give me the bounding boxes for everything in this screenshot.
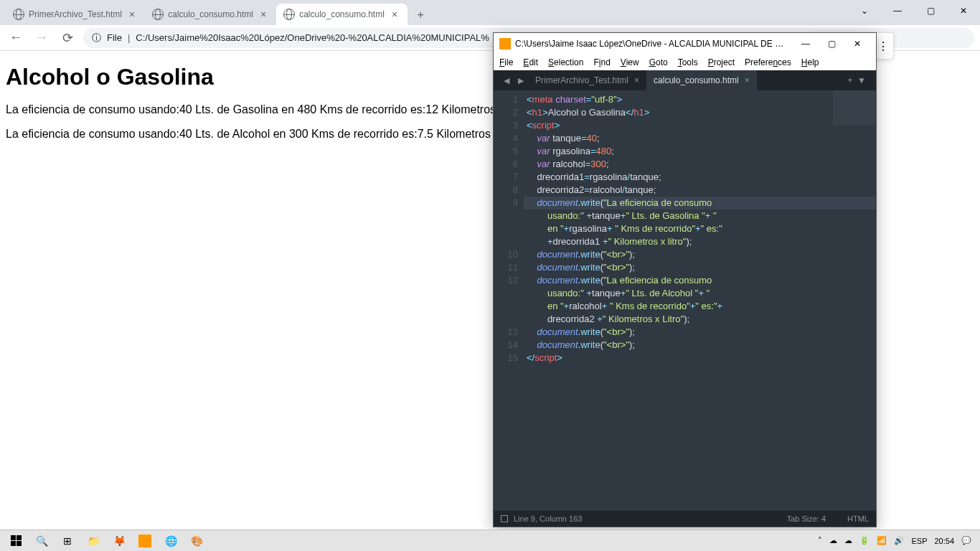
- back-button[interactable]: ←: [6, 28, 26, 48]
- chrome-icon[interactable]: 🌐: [158, 530, 184, 552]
- add-tab-icon[interactable]: +: [847, 75, 852, 85]
- menu-icon[interactable]: ⋮: [877, 39, 889, 53]
- url-text: C:/Users/Jaime%20Isaac%20López/OneDrive%…: [136, 32, 489, 43]
- sublime-icon: [499, 38, 511, 50]
- nav-forward-icon[interactable]: ▶: [514, 76, 528, 85]
- status-box-icon[interactable]: [501, 515, 508, 522]
- sublime-menubar: File Edit Selection Find View Goto Tools…: [494, 55, 876, 70]
- tray-time[interactable]: 20:54: [934, 537, 954, 545]
- search-icon[interactable]: 🔍: [29, 530, 55, 552]
- tray-cloud-icon[interactable]: ☁: [829, 536, 837, 545]
- menu-tools[interactable]: Tools: [678, 57, 698, 67]
- chevron-down-icon[interactable]: ⌄: [848, 0, 881, 22]
- nav-back-icon[interactable]: ◀: [499, 76, 514, 85]
- start-button[interactable]: [3, 530, 29, 552]
- sublime-window: C:\Users\Jaime Isaac López\OneDrive - AL…: [493, 32, 877, 527]
- menu-find[interactable]: Find: [593, 57, 610, 67]
- menu-project[interactable]: Project: [708, 57, 735, 67]
- code-content[interactable]: <meta charset="utf-8"><h1>Alcohol o Gaso…: [524, 90, 876, 511]
- menu-edit[interactable]: Edit: [523, 57, 538, 67]
- menu-preferences[interactable]: Preferences: [745, 57, 791, 67]
- maximize-button[interactable]: ▢: [819, 33, 844, 55]
- menu-goto[interactable]: Goto: [649, 57, 668, 67]
- syntax-lang[interactable]: HTML: [847, 514, 869, 523]
- sublime-titlebar[interactable]: C:\Users\Jaime Isaac López\OneDrive - AL…: [494, 33, 876, 55]
- close-icon[interactable]: ×: [634, 75, 639, 85]
- maximize-button[interactable]: ▢: [914, 0, 947, 22]
- browser-tab-strip: PrimerArchivo_Test.html× calculo_consumo…: [0, 0, 980, 25]
- tray-volume-icon[interactable]: 🔊: [894, 536, 904, 545]
- new-tab-button[interactable]: +: [410, 5, 430, 25]
- tab-size[interactable]: Tab Size: 4: [787, 514, 826, 523]
- forward-button[interactable]: →: [32, 28, 52, 48]
- tray-lang[interactable]: ESP: [911, 537, 927, 545]
- menu-file[interactable]: File: [499, 57, 513, 67]
- tab-title: PrimerArchivo_Test.html: [29, 9, 122, 19]
- tab-dropdown-icon[interactable]: ▼: [857, 75, 866, 85]
- cursor-position: Line 9, Column 163: [514, 514, 582, 523]
- reload-button[interactable]: ⟳: [57, 28, 77, 48]
- tab-title: calculo_consumo.html: [168, 9, 253, 19]
- info-icon: ⓘ: [92, 32, 101, 44]
- editor-tab-1[interactable]: calculo_consumo.html×: [646, 70, 757, 90]
- editor-tab-0[interactable]: PrimerArchivo_Test.html×: [528, 70, 646, 90]
- minimize-button[interactable]: ―: [881, 0, 914, 22]
- sublime-taskbar-icon[interactable]: [138, 534, 151, 547]
- sublime-tabs: ◀ ▶ PrimerArchivo_Test.html× calculo_con…: [494, 70, 876, 90]
- tray-wifi-icon[interactable]: 📶: [877, 536, 887, 545]
- app-icon[interactable]: 🎨: [184, 530, 209, 552]
- editor-area[interactable]: 123456789101112131415 <meta charset="utf…: [494, 90, 876, 511]
- task-view-icon[interactable]: ⊞: [55, 530, 80, 552]
- tray-chevron-icon[interactable]: ˄: [818, 536, 822, 545]
- browser-tab-2[interactable]: calculo_consumo.html×: [276, 4, 407, 25]
- close-icon[interactable]: ×: [389, 9, 400, 20]
- close-icon[interactable]: ×: [258, 9, 269, 20]
- window-controls: ⌄ ― ▢ ✕: [848, 0, 980, 22]
- menu-help[interactable]: Help: [801, 57, 819, 67]
- browser-tab-0[interactable]: PrimerArchivo_Test.html×: [6, 4, 145, 25]
- tray-onedrive-icon[interactable]: ☁: [844, 536, 852, 545]
- firefox-icon[interactable]: 🦊: [106, 530, 132, 552]
- minimap[interactable]: [833, 90, 876, 176]
- taskbar: 🔍 ⊞ 📁 🦊 🌐 🎨 ˄ ☁ ☁ 🔋 📶 🔊 ESP 20:54 💬: [0, 529, 980, 551]
- globe-icon: [13, 9, 24, 20]
- close-button[interactable]: ✕: [947, 0, 980, 22]
- line-gutter: 123456789101112131415: [494, 90, 524, 511]
- close-button[interactable]: ✕: [844, 33, 870, 55]
- tab-title: calculo_consumo.html: [299, 9, 385, 19]
- close-icon[interactable]: ×: [126, 9, 138, 20]
- close-icon[interactable]: ×: [745, 75, 750, 85]
- menu-view[interactable]: View: [621, 57, 639, 67]
- url-prefix: File: [107, 32, 122, 43]
- globe-icon: [152, 9, 164, 20]
- tray-notifications-icon[interactable]: 💬: [961, 536, 971, 545]
- explorer-icon[interactable]: 📁: [80, 530, 106, 552]
- minimize-button[interactable]: ―: [793, 33, 819, 55]
- globe-icon: [283, 9, 295, 20]
- tray-battery-icon[interactable]: 🔋: [859, 536, 870, 545]
- browser-tab-1[interactable]: calculo_consumo.html×: [145, 4, 276, 25]
- sublime-title: C:\Users\Jaime Isaac López\OneDrive - AL…: [515, 39, 788, 49]
- menu-selection[interactable]: Selection: [548, 57, 583, 67]
- sublime-statusbar: Line 9, Column 163 Tab Size: 4HTML: [494, 511, 876, 527]
